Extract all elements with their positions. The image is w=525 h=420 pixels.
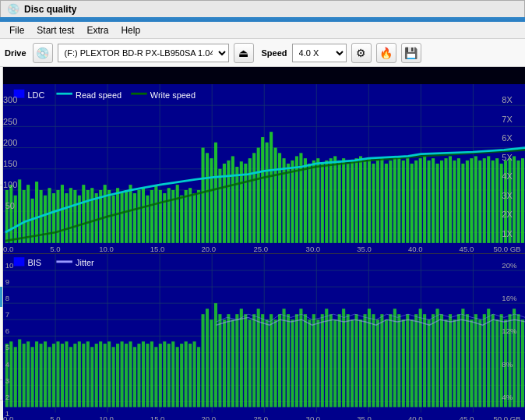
menu-help[interactable]: Help <box>115 23 146 37</box>
menu-extra[interactable]: Extra <box>80 23 115 37</box>
menu-file[interactable]: File <box>3 23 30 37</box>
svg-rect-90 <box>316 158 319 243</box>
svg-rect-107 <box>389 161 392 243</box>
svg-rect-220 <box>137 344 140 408</box>
svg-rect-26 <box>44 196 47 243</box>
speed-select[interactable]: 4.0 X <box>292 44 347 62</box>
svg-rect-281 <box>397 315 400 408</box>
svg-rect-21 <box>22 190 25 243</box>
svg-text:7X: 7X <box>502 115 513 124</box>
svg-rect-219 <box>132 348 136 408</box>
svg-rect-210 <box>94 344 97 408</box>
svg-rect-216 <box>120 342 123 408</box>
svg-rect-85 <box>294 156 298 242</box>
svg-rect-228 <box>171 342 174 408</box>
svg-rect-79 <box>270 132 273 243</box>
svg-rect-111 <box>406 158 409 243</box>
svg-rect-268 <box>342 309 345 408</box>
svg-rect-92 <box>325 161 328 243</box>
eject-icon-btn[interactable]: ⏏ <box>234 43 254 63</box>
svg-rect-309 <box>516 315 520 408</box>
svg-rect-191 <box>13 348 16 408</box>
svg-rect-204 <box>69 348 72 408</box>
settings-icon-btn[interactable]: ⚙ <box>351 43 372 63</box>
svg-rect-35 <box>82 185 85 243</box>
svg-text:250: 250 <box>3 117 17 126</box>
svg-rect-24 <box>35 182 38 243</box>
svg-rect-253 <box>278 315 281 408</box>
svg-text:6: 6 <box>5 327 9 336</box>
svg-text:8: 8 <box>5 295 9 303</box>
svg-text:200: 200 <box>3 138 17 147</box>
svg-rect-121 <box>448 156 451 242</box>
svg-rect-263 <box>320 315 323 408</box>
svg-text:Jitter: Jitter <box>76 259 94 268</box>
svg-rect-295 <box>456 315 460 408</box>
svg-rect-101 <box>363 161 366 243</box>
svg-rect-298 <box>470 320 473 408</box>
svg-rect-62 <box>197 190 200 243</box>
svg-rect-302 <box>487 309 490 408</box>
svg-rect-291 <box>440 315 443 408</box>
svg-text:15.0: 15.0 <box>150 415 164 420</box>
svg-rect-119 <box>440 161 443 243</box>
svg-rect-205 <box>73 344 76 408</box>
svg-text:3: 3 <box>5 376 9 385</box>
svg-rect-38 <box>94 193 97 243</box>
svg-rect-241 <box>227 315 230 408</box>
svg-rect-109 <box>397 156 400 242</box>
svg-rect-211 <box>99 342 102 408</box>
svg-rect-269 <box>346 315 349 408</box>
drive-select[interactable]: (F:) PLEXTOR BD-R PX-LB950SA 1.04 <box>58 44 229 62</box>
svg-rect-286 <box>418 309 421 408</box>
svg-rect-238 <box>213 304 217 408</box>
svg-rect-266 <box>333 320 336 408</box>
svg-rect-206 <box>77 342 80 408</box>
svg-text:10.0: 10.0 <box>99 245 114 253</box>
drive-icon-btn[interactable]: 💿 <box>33 43 53 63</box>
svg-rect-49 <box>141 188 144 243</box>
svg-rect-240 <box>222 320 225 408</box>
svg-rect-229 <box>175 348 178 408</box>
svg-rect-209 <box>90 348 93 408</box>
svg-rect-42 <box>111 196 115 243</box>
svg-rect-242 <box>231 320 234 408</box>
svg-rect-137 <box>516 161 520 243</box>
svg-text:20%: 20% <box>502 262 517 270</box>
svg-rect-22 <box>26 185 30 243</box>
burn-icon-btn[interactable]: 🔥 <box>376 43 396 63</box>
save-icon-btn[interactable]: 💾 <box>401 43 421 63</box>
svg-rect-76 <box>256 148 259 243</box>
svg-rect-118 <box>435 164 439 243</box>
svg-rect-193 <box>22 344 25 408</box>
svg-rect-285 <box>414 315 418 408</box>
svg-text:0.0: 0.0 <box>3 415 14 420</box>
svg-rect-223 <box>150 342 153 408</box>
svg-text:0.0: 0.0 <box>3 245 13 253</box>
svg-text:10: 10 <box>5 262 13 270</box>
svg-text:15.0: 15.0 <box>150 245 164 253</box>
svg-rect-64 <box>206 153 209 243</box>
svg-text:4X: 4X <box>502 171 513 181</box>
svg-rect-50 <box>146 196 149 243</box>
svg-rect-47 <box>132 193 136 243</box>
menu-start-test[interactable]: Start test <box>30 23 80 37</box>
svg-text:35.0: 35.0 <box>357 245 372 253</box>
svg-rect-225 <box>158 344 161 408</box>
svg-rect-196 <box>35 342 38 408</box>
svg-text:2X: 2X <box>502 210 513 219</box>
svg-rect-283 <box>406 315 409 408</box>
svg-rect-271 <box>354 315 358 408</box>
svg-rect-37 <box>90 188 93 243</box>
svg-rect-292 <box>444 320 447 408</box>
svg-rect-277 <box>380 315 383 408</box>
svg-rect-245 <box>244 315 247 408</box>
svg-rect-56 <box>171 190 174 243</box>
svg-rect-44 <box>120 192 123 243</box>
svg-rect-91 <box>320 164 323 243</box>
svg-text:LDC: LDC <box>27 90 44 100</box>
svg-rect-103 <box>372 164 375 243</box>
svg-rect-48 <box>137 190 140 243</box>
svg-rect-256 <box>291 320 294 408</box>
svg-rect-95 <box>337 161 340 243</box>
